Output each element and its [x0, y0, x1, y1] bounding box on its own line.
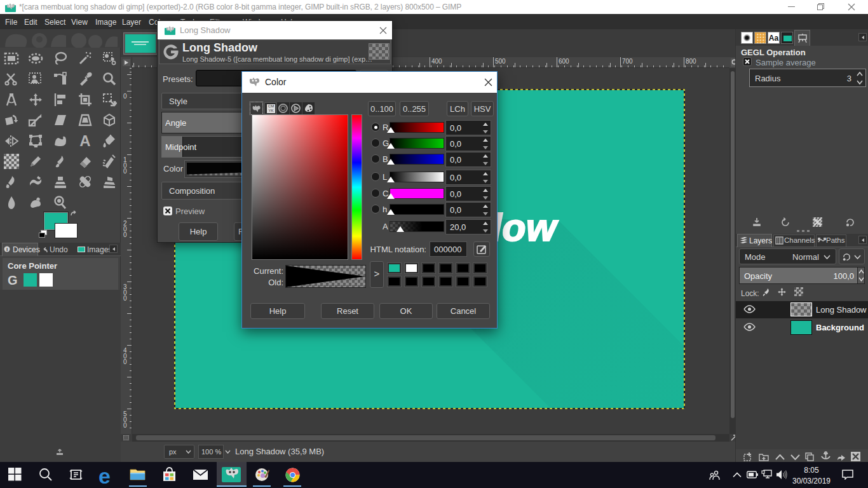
svg-text:A: A	[79, 133, 90, 149]
svg-text:i: i	[6, 247, 8, 252]
